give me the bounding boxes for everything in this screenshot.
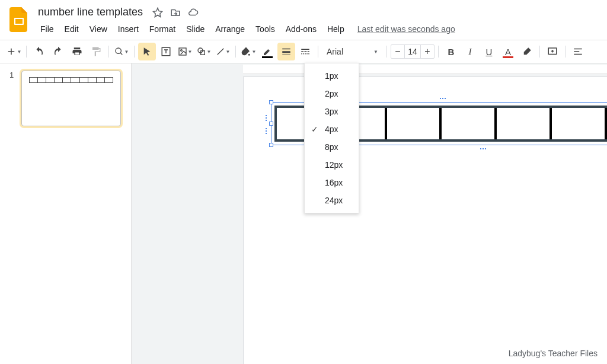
- svg-rect-20: [308, 53, 309, 55]
- separator: [318, 46, 318, 58]
- weight-label: 3px: [325, 107, 338, 116]
- drag-dots-icon[interactable]: [266, 128, 267, 134]
- svg-rect-10: [282, 51, 290, 53]
- slide-thumbnail[interactable]: [21, 71, 121, 126]
- drag-dots-icon[interactable]: [440, 98, 446, 99]
- align-button[interactable]: [569, 43, 587, 60]
- workspace: 1: [0, 63, 607, 364]
- highlight-color-button[interactable]: [518, 43, 536, 60]
- separator: [134, 46, 135, 58]
- line-tool[interactable]: ▼: [214, 43, 232, 60]
- bold-button[interactable]: B: [442, 43, 460, 60]
- text-color-button[interactable]: A: [499, 43, 517, 60]
- weight-option-8px[interactable]: 8px: [305, 138, 359, 156]
- star-icon[interactable]: [152, 7, 163, 18]
- weight-label: 16px: [325, 178, 343, 187]
- move-icon[interactable]: [170, 7, 181, 18]
- svg-rect-15: [308, 51, 309, 52]
- menu-help[interactable]: Help: [322, 22, 349, 36]
- table-cell[interactable]: [497, 108, 552, 139]
- resize-handle[interactable]: [269, 143, 273, 147]
- undo-button[interactable]: [30, 43, 48, 60]
- chevron-down-icon: ▼: [124, 49, 129, 55]
- font-size-group: − +: [391, 44, 435, 59]
- last-edit-link[interactable]: Last edit was seconds ago: [357, 24, 455, 34]
- font-size-input[interactable]: [404, 45, 421, 58]
- resize-handle[interactable]: [269, 122, 273, 126]
- font-family-select[interactable]: Arial ▼: [322, 43, 383, 60]
- title-row: number line templates: [36, 5, 607, 20]
- menu-slide[interactable]: Slide: [181, 22, 209, 36]
- menu-insert[interactable]: Insert: [113, 22, 143, 36]
- textbox-tool[interactable]: [157, 43, 175, 60]
- menubar: File Edit View Insert Format Slide Arran…: [36, 22, 607, 36]
- table-cell[interactable]: [387, 108, 442, 139]
- separator: [235, 46, 236, 58]
- resize-handle[interactable]: [269, 100, 273, 104]
- menu-file[interactable]: File: [36, 22, 59, 36]
- svg-point-2: [116, 48, 121, 53]
- border-weight-menu: 1px2px3px✓4px8px12px16px24px: [304, 63, 359, 213]
- menu-view[interactable]: View: [85, 22, 112, 36]
- redo-button[interactable]: [49, 43, 67, 60]
- weight-option-3px[interactable]: 3px: [305, 103, 359, 120]
- weight-label: 24px: [325, 196, 343, 205]
- svg-point-5: [180, 50, 182, 52]
- underline-button[interactable]: U: [480, 43, 498, 60]
- menu-edit[interactable]: Edit: [60, 22, 84, 36]
- border-dash-button[interactable]: [296, 43, 314, 60]
- svg-rect-13: [301, 51, 304, 52]
- svg-rect-22: [574, 49, 582, 50]
- border-weight-button[interactable]: [277, 43, 295, 60]
- chevron-down-icon: ▼: [17, 49, 22, 55]
- check-icon: ✓: [311, 124, 319, 134]
- slides-logo[interactable]: [8, 7, 30, 33]
- new-slide-button[interactable]: ▼: [5, 43, 23, 60]
- cloud-icon[interactable]: [188, 7, 199, 18]
- image-tool[interactable]: ▼: [176, 43, 194, 60]
- chevron-down-icon: ▼: [226, 49, 231, 55]
- weight-option-4px[interactable]: ✓4px: [305, 120, 359, 138]
- table-cell[interactable]: [442, 108, 497, 139]
- weight-label: 8px: [325, 142, 338, 152]
- thumbnail-table: [29, 77, 113, 83]
- canvas-area[interactable]: [132, 63, 607, 364]
- menu-arrange[interactable]: Arrange: [210, 22, 250, 36]
- svg-rect-23: [574, 51, 579, 52]
- svg-rect-11: [282, 55, 290, 55]
- menu-tools[interactable]: Tools: [251, 22, 280, 36]
- paint-format-button[interactable]: [87, 43, 105, 60]
- title-area: number line templates File Edit View Ins…: [36, 5, 607, 36]
- menu-addons[interactable]: Add-ons: [281, 22, 321, 36]
- zoom-button[interactable]: ▼: [113, 43, 130, 60]
- document-title[interactable]: number line templates: [36, 5, 145, 20]
- menu-format[interactable]: Format: [145, 22, 180, 36]
- table-cell[interactable]: [552, 108, 607, 139]
- svg-rect-4: [179, 48, 186, 55]
- svg-rect-18: [305, 53, 306, 55]
- weight-option-1px[interactable]: 1px: [305, 67, 359, 85]
- font-size-decrease[interactable]: −: [391, 45, 404, 58]
- watermark: Ladybug's Teacher Files: [509, 349, 598, 358]
- drag-dots-icon[interactable]: [266, 115, 267, 121]
- italic-button[interactable]: I: [461, 43, 479, 60]
- slide-thumb-row: 1: [9, 71, 122, 126]
- insert-comment-button[interactable]: [544, 43, 561, 60]
- shape-tool[interactable]: ▼: [195, 43, 213, 60]
- filmstrip: 1: [0, 63, 132, 364]
- weight-option-16px[interactable]: 16px: [305, 174, 359, 191]
- select-tool[interactable]: [138, 43, 156, 60]
- svg-rect-19: [306, 53, 308, 55]
- weight-option-2px[interactable]: 2px: [305, 85, 359, 103]
- weight-option-24px[interactable]: 24px: [305, 191, 359, 209]
- separator: [565, 46, 566, 58]
- toolbar: ▼ ▼ ▼ ▼ ▼ ▼: [0, 40, 607, 63]
- chevron-down-icon: ▼: [188, 49, 193, 55]
- border-color-button[interactable]: [258, 43, 276, 60]
- drag-dots-icon[interactable]: [480, 148, 486, 149]
- separator: [386, 46, 387, 58]
- font-size-increase[interactable]: +: [421, 45, 434, 58]
- print-button[interactable]: [68, 43, 86, 60]
- weight-option-12px[interactable]: 12px: [305, 156, 359, 174]
- fill-color-button[interactable]: ▼: [239, 43, 257, 60]
